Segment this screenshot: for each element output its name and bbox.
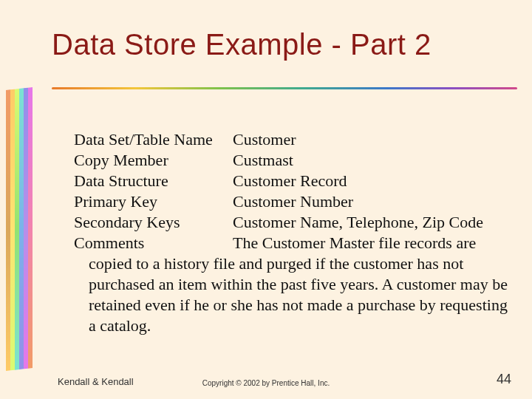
- field-label: Data Structure: [74, 171, 233, 191]
- footer-page-number: 44: [497, 372, 511, 387]
- comments-continuation: copied to a history file and purged if t…: [74, 253, 510, 336]
- field-row: Copy MemberCustmast: [74, 150, 510, 171]
- field-row: Primary KeyCustomer Number: [74, 191, 510, 212]
- field-label: Comments: [74, 233, 233, 253]
- field-value: Customer Name, Telephone, Zip Code: [233, 213, 483, 231]
- field-label: Copy Member: [74, 150, 233, 171]
- rainbow-side-art: [6, 87, 33, 371]
- slide: Data Store Example - Part 2 Data Set/Tab…: [0, 0, 532, 399]
- field-row: CommentsThe Customer Master file records…: [74, 233, 510, 253]
- field-value: The Customer Master file records are: [233, 233, 476, 252]
- field-row: Data StructureCustomer Record: [74, 171, 510, 191]
- field-label: Secondary Keys: [74, 212, 233, 233]
- slide-body: Data Set/Table NameCustomer Copy MemberC…: [74, 129, 510, 336]
- field-value: Custmast: [233, 151, 293, 169]
- field-value: Customer Record: [233, 171, 347, 190]
- slide-title: Data Store Example - Part 2: [52, 28, 432, 61]
- field-row: Secondary KeysCustomer Name, Telephone, …: [74, 212, 510, 233]
- footer-center: Copyright © 2002 by Prentice Hall, Inc.: [0, 379, 532, 387]
- field-row: Data Set/Table NameCustomer: [74, 129, 510, 150]
- field-value: Customer Number: [233, 192, 353, 211]
- title-underline: [52, 87, 517, 89]
- field-label: Primary Key: [74, 191, 233, 212]
- field-label: Data Set/Table Name: [74, 129, 233, 150]
- field-value: Customer: [233, 130, 296, 149]
